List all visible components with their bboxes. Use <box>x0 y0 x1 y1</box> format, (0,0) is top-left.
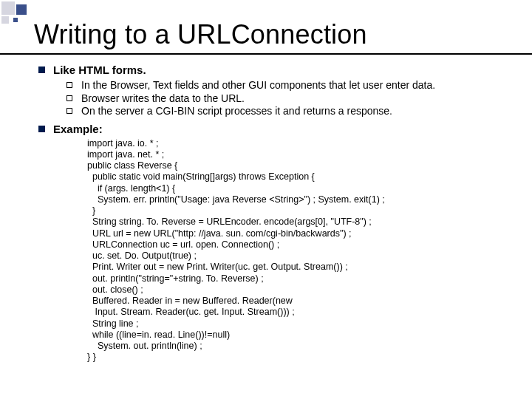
deco-square <box>13 18 18 22</box>
sub-bullet: Browser writes the data to the URL. <box>66 92 517 106</box>
bullet-example: Example: <box>37 123 517 135</box>
code-block: import java. io. * ; import java. net. *… <box>87 138 517 364</box>
deco-square <box>16 4 27 15</box>
sub-bullet: On the server a CGI-BIN script processes… <box>66 105 517 118</box>
sub-bullet-list: In the Browser, Text fields and other GU… <box>37 79 517 118</box>
deco-square <box>1 16 9 24</box>
slide-content: Like HTML forms. In the Browser, Text fi… <box>37 64 517 364</box>
title-underline <box>0 53 532 55</box>
deco-square <box>1 1 15 15</box>
bullet-like-html-forms: Like HTML forms. <box>37 64 517 76</box>
slide: Writing to a URLConnection Like HTML for… <box>0 0 532 399</box>
sub-bullet: In the Browser, Text fields and other GU… <box>66 79 517 92</box>
page-title: Writing to a URLConnection <box>34 19 367 50</box>
